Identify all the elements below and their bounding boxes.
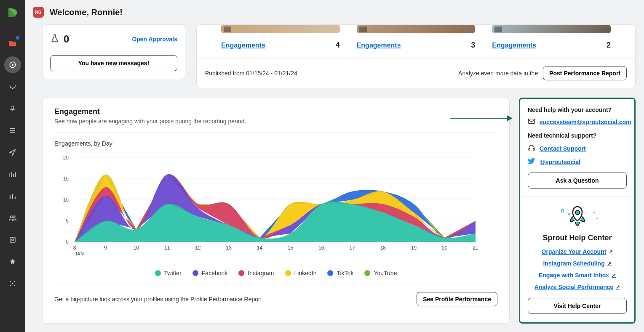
svg-point-3	[13, 216, 15, 218]
nav-inbox[interactable]	[4, 78, 21, 95]
legend-item[interactable]: Facebook	[192, 270, 227, 276]
success-email-link[interactable]: successteam@sproutsocial.com	[540, 119, 631, 125]
rocket-icon	[528, 204, 627, 228]
svg-point-43	[575, 210, 580, 215]
svg-text:15: 15	[288, 245, 294, 251]
visit-help-center-button[interactable]: Visit Help Center	[528, 298, 627, 314]
nav-tasks[interactable]	[4, 122, 21, 139]
svg-point-8	[10, 285, 11, 286]
svg-text:13: 13	[226, 245, 232, 251]
svg-text:14: 14	[257, 245, 263, 251]
svg-text:20: 20	[63, 155, 69, 161]
nav-notifications[interactable]	[4, 35, 21, 51]
legend-item[interactable]: LinkedIn	[285, 270, 317, 276]
published-range: Published from 01/15/24 - 01/21/24	[205, 70, 297, 77]
engagements-link[interactable]: Engagements	[221, 42, 265, 49]
post-thumbnail[interactable]	[492, 25, 611, 33]
flask-icon	[50, 34, 59, 45]
external-icon: ↗	[609, 249, 613, 255]
posts-card: Engagements 4 Engagements 3 Engagements	[196, 24, 636, 88]
external-icon: ↗	[607, 260, 612, 266]
nav-library[interactable]	[4, 231, 21, 248]
headset-icon	[528, 144, 535, 153]
engagements-count: 3	[471, 41, 475, 50]
post-thumbnail[interactable]	[221, 25, 340, 33]
main: 0 Open Approvals You have new messages! …	[25, 24, 644, 332]
svg-text:0: 0	[66, 239, 69, 245]
svg-point-7	[14, 281, 15, 282]
svg-text:15: 15	[63, 176, 69, 182]
twitter-handle-link[interactable]: @sproutsocial	[540, 159, 580, 165]
nav-analytics[interactable]	[4, 166, 21, 183]
svg-text:20: 20	[442, 245, 448, 251]
legend-item[interactable]: Twitter	[155, 270, 182, 276]
svg-text:16: 16	[318, 245, 324, 251]
svg-point-5	[12, 239, 14, 241]
engagements-link[interactable]: Engagements	[492, 42, 536, 49]
approvals-count: 0	[64, 33, 69, 45]
svg-point-42	[593, 212, 595, 213]
help-center-link[interactable]: Analyze Social Performance↗	[534, 284, 620, 290]
help-center-link[interactable]: Instagram Scheduling↗	[543, 260, 611, 267]
legend-item[interactable]: TikTok	[327, 270, 353, 276]
svg-point-10	[12, 283, 13, 284]
nav-reports[interactable]	[4, 188, 21, 205]
nav-compose[interactable]	[4, 56, 21, 73]
help-center-link[interactable]: Organize Your Account↗	[542, 248, 613, 255]
svg-point-2	[10, 216, 12, 218]
image-icon	[224, 27, 231, 32]
help-heading: Need help with your account?	[528, 106, 627, 113]
engagement-subtitle: See how people are engaging with your po…	[54, 118, 497, 125]
engagement-title: Engagement	[54, 107, 497, 116]
legend-item[interactable]: YouTube	[364, 270, 397, 276]
engagements-link[interactable]: Engagements	[357, 42, 401, 49]
nav-pin[interactable]	[4, 100, 21, 117]
image-icon	[494, 27, 502, 32]
svg-text:10: 10	[134, 245, 139, 251]
chart-legend: TwitterFacebookInstagramLinkedInTikTokYo…	[54, 270, 497, 276]
legend-item[interactable]: Instagram	[238, 270, 274, 276]
svg-point-9	[14, 285, 15, 286]
approvals-card: 0 Open Approvals You have new messages!	[42, 24, 185, 79]
header: RG Welcome, Ronnie!	[25, 0, 644, 24]
external-icon: ↗	[612, 272, 616, 278]
welcome-title: Welcome, Ronnie!	[50, 8, 123, 17]
svg-text:9: 9	[104, 245, 107, 251]
ask-question-button[interactable]: Ask a Question	[528, 173, 627, 189]
app-logo[interactable]	[5, 5, 20, 20]
svg-text:8: 8	[73, 245, 76, 251]
nav-publishing[interactable]	[4, 144, 21, 161]
engagement-card: Engagement See how people are engaging w…	[42, 98, 510, 324]
help-center-link[interactable]: Engage with Smart Inbox↗	[539, 272, 616, 279]
engagement-chart: 0510152089101112131415161718192021JAN	[54, 154, 497, 265]
help-card: Need help with your account? successteam…	[519, 98, 636, 324]
svg-rect-39	[529, 149, 530, 151]
tech-support-heading: Need technical support?	[528, 132, 627, 139]
user-avatar[interactable]: RG	[33, 7, 44, 18]
see-profile-performance-button[interactable]: See Profile Performance	[417, 292, 497, 306]
svg-point-41	[561, 210, 564, 212]
callout-arrow	[450, 114, 513, 122]
engagements-count: 4	[336, 41, 340, 50]
help-center-title: Sprout Help Center	[528, 234, 627, 242]
post-performance-report-button[interactable]: Post Performance Report	[543, 66, 627, 80]
svg-text:11: 11	[164, 245, 170, 251]
nav-reviews[interactable]	[4, 253, 21, 270]
contact-support-link[interactable]: Contact Support	[540, 145, 586, 152]
post-thumbnail[interactable]	[357, 25, 476, 33]
svg-text:18: 18	[380, 245, 386, 251]
svg-text:5: 5	[66, 218, 69, 224]
nav-people[interactable]	[4, 210, 21, 226]
svg-rect-40	[533, 149, 534, 151]
post-item: Engagements 2	[492, 25, 611, 50]
twitter-icon	[528, 158, 535, 166]
open-approvals-link[interactable]: Open Approvals	[132, 36, 177, 42]
engagements-count: 2	[607, 41, 611, 50]
svg-text:12: 12	[195, 245, 201, 251]
nav-settings[interactable]	[4, 275, 21, 292]
chart-footer-text: Get a big-picture look across your profi…	[54, 296, 262, 303]
svg-rect-4	[10, 237, 15, 242]
svg-text:17: 17	[349, 245, 355, 251]
sidebar	[0, 0, 25, 332]
new-messages-button[interactable]: You have new messages!	[50, 55, 177, 71]
